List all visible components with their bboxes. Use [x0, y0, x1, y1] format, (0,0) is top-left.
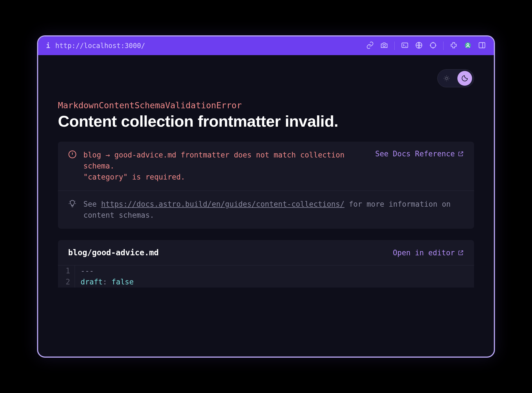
file-panel: blog/good-advice.md Open in editor 1 ---… — [58, 240, 474, 288]
terminal-icon[interactable] — [401, 41, 409, 50]
alert-icon — [68, 150, 77, 159]
open-editor-label: Open in editor — [393, 249, 455, 257]
globe-icon[interactable] — [415, 41, 423, 50]
docs-reference-link[interactable]: See Docs Reference — [375, 150, 464, 158]
docs-link-label: See Docs Reference — [375, 150, 455, 158]
profile-icon[interactable] — [464, 41, 472, 50]
info-icon[interactable]: i — [46, 42, 50, 50]
lightbulb-icon — [68, 199, 77, 208]
svg-point-3 — [431, 43, 436, 48]
browser-titlebar: i http://localhost:3000/ — [38, 36, 494, 55]
error-title: Content collection frontmatter invalid. — [58, 112, 474, 130]
svg-point-0 — [383, 44, 385, 47]
svg-point-7 — [446, 77, 448, 79]
code-token: false — [112, 278, 134, 286]
hint-prefix: See — [83, 200, 101, 208]
code-line: 1 --- — [58, 265, 474, 277]
error-panel: blog → good-advice.md frontmatter does n… — [58, 142, 474, 229]
hint-url-link[interactable]: https://docs.astro.build/en/guides/conte… — [101, 200, 345, 208]
hint-row: See https://docs.astro.build/en/guides/c… — [58, 191, 474, 229]
browser-window: i http://localhost:3000/ MarkdownContent… — [37, 35, 495, 358]
target-icon[interactable] — [429, 41, 437, 50]
external-link-icon — [458, 151, 464, 157]
moon-icon — [457, 71, 472, 86]
file-path: blog/good-advice.md — [68, 248, 159, 257]
camera-icon[interactable] — [380, 41, 388, 50]
code-line: 2 draft: false — [58, 277, 474, 288]
error-message: blog → good-advice.md frontmatter does n… — [83, 150, 368, 183]
toolbar-icons — [366, 41, 486, 50]
theme-toggle[interactable] — [437, 69, 474, 87]
line-number: 1 — [58, 265, 75, 277]
page-content: MarkdownContentSchemaValidationError Con… — [38, 55, 494, 357]
link-icon[interactable] — [366, 41, 374, 50]
external-link-icon — [458, 250, 464, 256]
svg-rect-6 — [479, 43, 485, 48]
sidebar-icon[interactable] — [478, 41, 486, 50]
sun-icon — [439, 71, 454, 86]
code-token: draft — [81, 278, 103, 286]
extension-icon[interactable] — [450, 41, 458, 50]
error-message-row: blog → good-advice.md frontmatter does n… — [58, 142, 474, 191]
url-bar[interactable]: http://localhost:3000/ — [55, 42, 361, 50]
file-header: blog/good-advice.md Open in editor — [58, 240, 474, 265]
toolbar-separator — [394, 42, 395, 50]
code-token: --- — [81, 267, 94, 275]
line-number: 2 — [58, 277, 75, 288]
open-in-editor-link[interactable]: Open in editor — [393, 249, 464, 257]
error-type: MarkdownContentSchemaValidationError — [58, 100, 474, 110]
toolbar-separator — [443, 42, 444, 50]
svg-rect-1 — [402, 43, 408, 47]
hint-text: See https://docs.astro.build/en/guides/c… — [83, 199, 464, 221]
code-block: 1 --- 2 draft: false — [58, 265, 474, 288]
